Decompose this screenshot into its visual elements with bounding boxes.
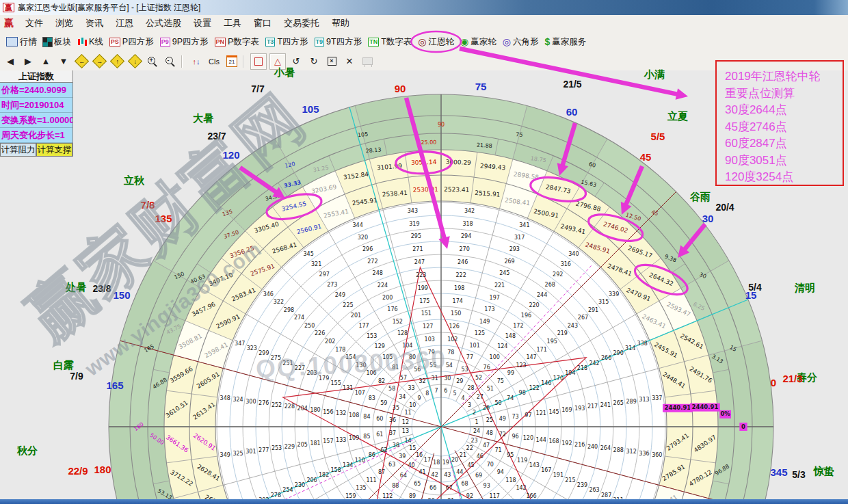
rotate-cw-icon[interactable]: ↻	[306, 54, 321, 69]
annotation-line: 45度2746点	[725, 119, 843, 136]
pan-right-icon[interactable]: →	[92, 54, 107, 69]
menu-item-9[interactable]: 帮助	[326, 16, 356, 31]
hexagon-icon: ◎	[503, 37, 511, 47]
toolbar-item-7[interactable]: T99T四方形	[315, 36, 362, 48]
pan-left-icon[interactable]: ←	[74, 54, 89, 69]
toolbar-item-label: 9T四方形	[326, 36, 362, 48]
toolbar-item-label: T数字表	[381, 36, 412, 48]
scroll-right-icon[interactable]: ▶	[21, 54, 36, 69]
stock-info-panel: 上证指数 价格=2440.9099时间=20190104变换系数=1.00000…	[0, 70, 73, 157]
annotation-line: 120度3254点	[725, 169, 843, 186]
cross-resize-icon[interactable]: ✕	[342, 54, 357, 69]
panel-row-3: 周天变化步长=1	[0, 128, 72, 143]
app-logo-icon: 赢	[3, 3, 14, 12]
rotate-ccw-icon[interactable]: ↺	[289, 54, 304, 69]
t-square-icon: T3	[265, 38, 276, 47]
toolbar-separator	[243, 55, 244, 68]
toolbar-item-label: 行情	[20, 36, 37, 48]
main-toolbar: 行情板块K线PSP四方形P99P四方形PNP数字表T3T四方形T99T四方形TN…	[0, 31, 848, 53]
gann-wheel-icon: ◎	[418, 37, 426, 47]
panel-row-2: 变换系数=1.00000	[0, 113, 72, 128]
ninep-square-icon: P9	[160, 38, 170, 47]
scroll-left-icon[interactable]: ◀	[3, 54, 18, 69]
toolbar-item-label: K线	[89, 36, 103, 48]
annotation-line: 2019年江恩轮中轮	[725, 68, 843, 85]
t-number-table-icon: TN	[368, 38, 379, 47]
toolbar-item-label: P数字表	[228, 36, 259, 48]
menu-item-5[interactable]: 设置	[187, 16, 217, 31]
toolbar-item-label: 赢家服务	[552, 36, 586, 48]
panel-row-1: 时间=20190104	[0, 98, 72, 113]
zoom-in-icon[interactable]: +	[145, 54, 160, 69]
toolbar-item-11[interactable]: ◎六角形	[503, 36, 539, 48]
menu-item-6[interactable]: 工具	[217, 16, 248, 31]
toolbar-item-1[interactable]: 板块	[43, 36, 71, 48]
toolbar-item-4[interactable]: P99P四方形	[160, 36, 209, 48]
fit-box-icon[interactable]: ×	[324, 54, 339, 69]
menu-bar: 赢 文件浏览资讯江恩公式选股设置工具窗口交易委托帮助	[0, 15, 848, 32]
presentation-icon[interactable]	[360, 54, 375, 69]
p-square-icon: PS	[109, 38, 120, 47]
toolbar-item-12[interactable]: $赢家服务	[544, 36, 586, 48]
toolbar-item-0[interactable]: 行情	[6, 36, 37, 48]
cls-button[interactable]: Cls	[207, 54, 222, 69]
pan-down-icon[interactable]: ↓	[127, 54, 142, 69]
zoom-out-icon[interactable]: -	[163, 54, 178, 69]
window-titlebar: 赢 赢家江恩专业版[赢家服务平台] - [上证指数 江恩轮]	[0, 0, 848, 15]
panel-title: 上证指数	[0, 70, 72, 83]
price-scale-icon[interactable]: ↑↓	[189, 54, 204, 69]
toolbar-item-label: T四方形	[277, 36, 308, 48]
toolbar-item-3[interactable]: PSP四方形	[109, 36, 154, 48]
pan-up-icon[interactable]: ↑	[109, 54, 124, 69]
quotes-grid-icon	[6, 37, 18, 47]
toolbar-item-label: 9P四方形	[172, 36, 209, 48]
toolbar-item-label: 板块	[54, 36, 71, 48]
annotation-box: 2019年江恩轮中轮重要点位测算30度2644点45度2746点60度2847点…	[715, 60, 844, 186]
p-number-table-icon: PN	[215, 38, 226, 47]
menu-item-7[interactable]: 窗口	[248, 16, 278, 31]
toolbar-item-label: 六角形	[513, 36, 539, 48]
menu-items: 文件浏览资讯江恩公式选股设置工具窗口交易委托帮助	[19, 16, 356, 31]
toolbar-item-label: 江恩轮	[429, 36, 455, 48]
calc-support-button[interactable]: 计算支撑	[36, 143, 72, 157]
menu-item-0[interactable]: 文件	[19, 16, 49, 31]
ninet-square-icon: T9	[315, 38, 325, 47]
toolbar-separator	[181, 55, 183, 68]
menu-item-4[interactable]: 公式选股	[140, 16, 187, 31]
annotation-line: 90度3051点	[725, 152, 843, 170]
annotation-line: 30度2644点	[725, 102, 843, 119]
toolbar-item-2[interactable]: K线	[77, 36, 103, 48]
toolbar-item-8[interactable]: TNT数字表	[368, 36, 412, 48]
calendar-icon[interactable]: 21	[224, 54, 239, 69]
annotation-line: 重要点位测算	[725, 85, 843, 103]
step-down-icon[interactable]: ▼	[56, 54, 71, 69]
status-bar	[0, 499, 848, 504]
sectors-icon	[43, 38, 52, 47]
menu-item-3[interactable]: 江恩	[109, 16, 140, 31]
toolbar-item-9[interactable]: ◎江恩轮	[418, 36, 454, 48]
calc-resistance-button[interactable]: 计算阻力	[0, 143, 36, 157]
toolbar-item-label: 赢家轮	[471, 36, 496, 48]
kline-icon	[77, 37, 87, 47]
draw-triangle-icon[interactable]: △	[269, 53, 286, 70]
menu-item-2[interactable]: 资讯	[79, 16, 109, 31]
menu-item-8[interactable]: 交易委托	[278, 16, 326, 31]
annotation-line: 60度2847点	[725, 135, 843, 152]
window-title: 赢家江恩专业版[赢家服务平台] - [上证指数 江恩轮]	[18, 2, 200, 14]
menu-item-1[interactable]: 浏览	[49, 16, 79, 31]
winner-wheel-icon: ◉	[460, 37, 468, 47]
step-up-icon[interactable]: ▲	[38, 54, 53, 69]
toolbar-item-6[interactable]: T3T四方形	[265, 36, 308, 48]
panel-row-0: 价格=2440.9099	[0, 83, 72, 98]
toolbar-item-10[interactable]: ◉赢家轮	[460, 36, 496, 48]
menu-logo-icon: 赢	[4, 17, 14, 29]
toolbar-item-5[interactable]: PNP数字表	[215, 36, 259, 48]
draw-square-icon[interactable]	[250, 53, 267, 70]
winner-service-icon: $	[544, 36, 550, 47]
toolbar-item-label: P四方形	[122, 36, 154, 48]
